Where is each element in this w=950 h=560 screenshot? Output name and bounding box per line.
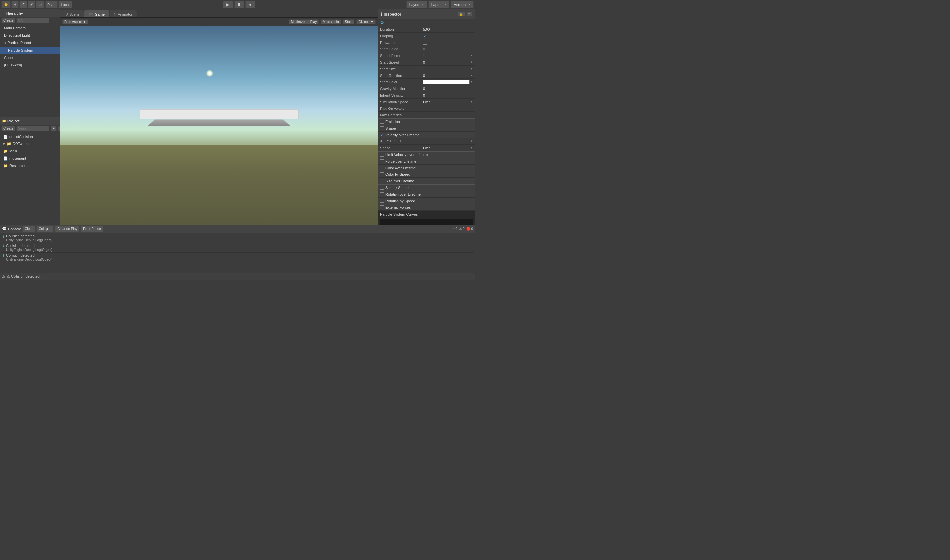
project-item-resources[interactable]: 📁 Resources	[1, 162, 59, 169]
section-rotation-speed[interactable]: Rotation by Speed	[378, 198, 475, 204]
gizmos-btn[interactable]: Gizmos ▼	[356, 20, 376, 25]
gravity-label: Gravity Modifier	[380, 87, 423, 91]
x-value[interactable]: 0	[383, 140, 386, 143]
section-size-speed[interactable]: Size by Speed	[378, 185, 475, 191]
space-arrow[interactable]: ▼	[470, 146, 473, 149]
project-item-dotween[interactable]: ▶ 📁 DOTween	[1, 140, 59, 148]
inheritvel-value[interactable]: 0	[423, 93, 473, 97]
layers-dropdown[interactable]: Layers	[406, 1, 427, 8]
hierarchy-item-maincamera[interactable]: Main Camera	[0, 25, 60, 32]
ef-checkbox[interactable]	[380, 205, 384, 209]
hierarchy-item-dotween[interactable]: [DOTween]	[0, 62, 60, 69]
console-clear-btn[interactable]: Clear	[22, 226, 35, 232]
gravity-value[interactable]: 0	[423, 87, 473, 91]
ss-checkbox[interactable]	[380, 186, 384, 190]
simspace-value[interactable]: Local	[423, 100, 470, 104]
startsize-arrow[interactable]: ▼	[470, 67, 473, 70]
startrotation-value[interactable]: 0	[423, 74, 470, 77]
startsize-value[interactable]: 1	[423, 67, 470, 71]
maxparticles-value[interactable]: 1	[423, 113, 473, 117]
hierarchy-item-cube[interactable]: Cube	[0, 54, 60, 62]
account-dropdown[interactable]: Account	[451, 1, 474, 8]
hierarchy-search[interactable]	[17, 18, 49, 23]
section-rotation-lifetime[interactable]: Rotation over Lifetime	[378, 191, 475, 198]
console-collapse-btn[interactable]: Collapse	[36, 226, 54, 232]
cs-checkbox[interactable]	[380, 172, 384, 177]
section-limit-velocity[interactable]: Limit Velocity over Lifetime	[378, 151, 475, 158]
pivot-button[interactable]: Pivot	[45, 1, 58, 8]
startspeed-value[interactable]: 0	[423, 60, 470, 64]
startlifetime-value[interactable]: 1	[423, 54, 470, 58]
local-button[interactable]: Local	[59, 1, 72, 8]
sl-checkbox[interactable]	[380, 179, 384, 183]
section-color-speed[interactable]: Color by Speed	[378, 171, 475, 178]
console-item-0[interactable]: ℹ Collision detected! UnityEngine.Debug:…	[1, 234, 474, 243]
startspeed-arrow[interactable]: ▼	[470, 61, 473, 64]
section-shape[interactable]: Shape	[378, 125, 475, 132]
rl-checkbox[interactable]	[380, 192, 384, 196]
mute-btn[interactable]: Mute audio	[320, 20, 341, 25]
prewarm-checkbox[interactable]: ✓	[423, 40, 427, 45]
shape-checkbox[interactable]	[380, 126, 384, 130]
inspector-menu-btn[interactable]: ≡	[467, 12, 473, 17]
badge-error: ⛔ 0	[467, 227, 473, 231]
hierarchy-item-dirlight[interactable]: Directional Light	[0, 32, 60, 39]
project-panel: 📁 Project Create + * 📄 detectCollision ▶…	[0, 117, 60, 225]
force-checkbox[interactable]	[380, 159, 384, 163]
simspace-arrow[interactable]: ▼	[470, 100, 473, 103]
y-value[interactable]: 0	[390, 140, 392, 143]
console-item-1[interactable]: ℹ Collision detected! UnityEngine.Debug:…	[1, 243, 474, 252]
vol-checkbox[interactable]: ✓	[380, 133, 384, 137]
step-button[interactable]: ⏭	[245, 1, 255, 8]
project-item-movement[interactable]: 📄 movement	[1, 155, 59, 162]
pause-button[interactable]: ⏸	[234, 1, 244, 8]
console-clearonplay-btn[interactable]: Clear on Play	[55, 226, 80, 232]
lv-checkbox[interactable]	[380, 153, 384, 157]
project-view-btn[interactable]: +	[51, 126, 57, 131]
aspect-dropdown[interactable]: Free Aspect ▼	[62, 20, 88, 25]
script-icon-movement: 📄	[3, 155, 8, 161]
scale-tool[interactable]: ⤢	[28, 1, 35, 8]
startrotation-arrow[interactable]: ▼	[470, 74, 473, 77]
playonawake-checkbox[interactable]: ✓	[423, 106, 427, 111]
section-color-lifetime[interactable]: Color over Lifetime	[378, 165, 475, 171]
maximize-btn[interactable]: Maximize on Play	[289, 20, 319, 25]
startlifetime-arrow[interactable]: ▼	[470, 54, 473, 57]
laptop-dropdown[interactable]: Laptop	[428, 1, 450, 8]
col-checkbox[interactable]	[380, 166, 384, 170]
z-value[interactable]: 0.1	[397, 140, 402, 143]
project-create-btn[interactable]: Create	[1, 126, 15, 131]
section-emission[interactable]: ✓ Emission	[378, 118, 475, 125]
project-filter-btn[interactable]: *	[58, 126, 60, 131]
velocity-arrow[interactable]: ▼	[470, 140, 473, 143]
tab-game[interactable]: 🎮 Game	[85, 10, 109, 17]
move-tool[interactable]: ✛	[11, 1, 19, 8]
hierarchy-item-particleparent[interactable]: Particle Parent	[0, 39, 60, 47]
duration-value[interactable]: 5.00	[423, 28, 473, 31]
section-size-lifetime[interactable]: Size over Lifetime	[378, 178, 475, 185]
section-force[interactable]: Force over Lifetime	[378, 158, 475, 165]
rect-tool[interactable]: ▭	[36, 1, 44, 8]
project-item-main[interactable]: 📁 Main	[1, 148, 59, 155]
space-value[interactable]: Local	[423, 146, 470, 150]
tab-animator[interactable]: ▷ Animator	[109, 10, 137, 17]
section-velocity-over-lifetime[interactable]: ✓ Velocity over Lifetime	[378, 132, 475, 138]
section-external-forces[interactable]: External Forces	[378, 204, 475, 211]
inspector-lock-btn[interactable]: 🔒	[457, 12, 465, 17]
startcolor-swatch[interactable]	[423, 80, 470, 85]
play-button[interactable]: ▶	[223, 1, 233, 8]
stats-btn[interactable]: Stats	[343, 20, 355, 25]
looping-checkbox[interactable]: ✓	[423, 34, 427, 38]
emission-checkbox[interactable]: ✓	[380, 120, 384, 124]
project-item-detectcollision[interactable]: 📄 detectCollision	[1, 133, 59, 140]
startcolor-arrow[interactable]: ▼	[470, 80, 473, 83]
hierarchy-create-btn[interactable]: Create	[1, 18, 15, 23]
rs-checkbox[interactable]	[380, 199, 384, 203]
tab-scene[interactable]: ⬡ Scene	[60, 10, 84, 17]
project-search[interactable]	[17, 126, 49, 131]
console-errorpause-btn[interactable]: Error Pause	[81, 226, 103, 232]
hierarchy-item-particlesystem[interactable]: Particle System	[0, 47, 60, 54]
console-item-2[interactable]: ℹ Collision detected! UnityEngine.Debug:…	[1, 252, 474, 262]
hand-tool[interactable]: ✋	[1, 1, 11, 8]
rotate-tool[interactable]: ↺	[20, 1, 27, 8]
